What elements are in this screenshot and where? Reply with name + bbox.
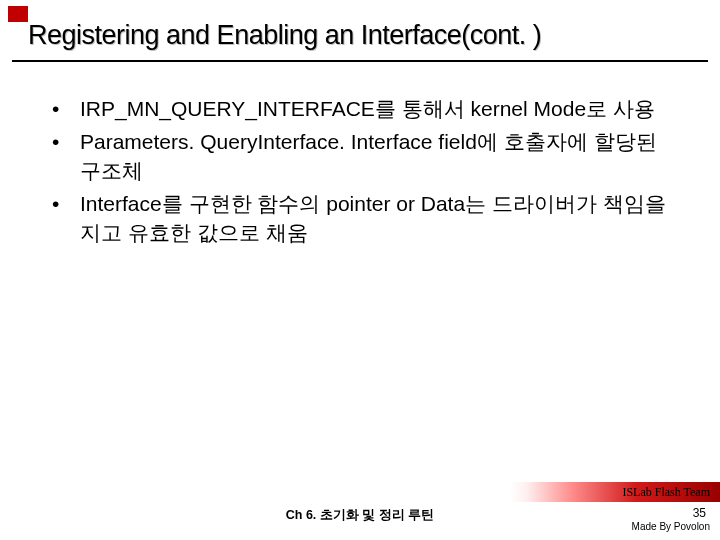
accent-box <box>8 6 28 22</box>
page-number: 35 <box>693 506 706 520</box>
body-content: • IRP_MN_QUERY_INTERFACE를 통해서 kernel Mod… <box>52 95 680 252</box>
bullet-text: IRP_MN_QUERY_INTERFACE를 통해서 kernel Mode로… <box>80 97 655 120</box>
list-item: • Parameters. QueryInterface. Interface … <box>52 128 680 186</box>
list-item: • IRP_MN_QUERY_INTERFACE를 통해서 kernel Mod… <box>52 95 680 124</box>
bullet-icon: • <box>52 128 59 157</box>
team-label: ISLab Flash Team <box>622 485 710 499</box>
bottom-bar: Ch 6. 초기화 및 정리 루틴 35 Made By Povolon <box>0 504 720 532</box>
slide: Registering and Enabling an Interface(co… <box>0 0 720 540</box>
title-underline <box>12 60 708 62</box>
bullet-text: Parameters. QueryInterface. Interface fi… <box>80 130 657 182</box>
bullet-icon: • <box>52 95 59 124</box>
made-by-label: Made By Povolon <box>632 521 710 532</box>
slide-title: Registering and Enabling an Interface(co… <box>28 20 541 51</box>
chapter-label: Ch 6. 초기화 및 정리 루틴 <box>286 507 434 524</box>
bullet-icon: • <box>52 190 59 219</box>
bullet-list: • IRP_MN_QUERY_INTERFACE를 통해서 kernel Mod… <box>52 95 680 248</box>
header: Registering and Enabling an Interface(co… <box>0 0 720 62</box>
list-item: • Interface를 구현한 함수의 pointer or Data는 드라… <box>52 190 680 248</box>
footer-band: ISLab Flash Team <box>510 482 720 502</box>
bullet-text: Interface를 구현한 함수의 pointer or Data는 드라이버… <box>80 192 666 244</box>
